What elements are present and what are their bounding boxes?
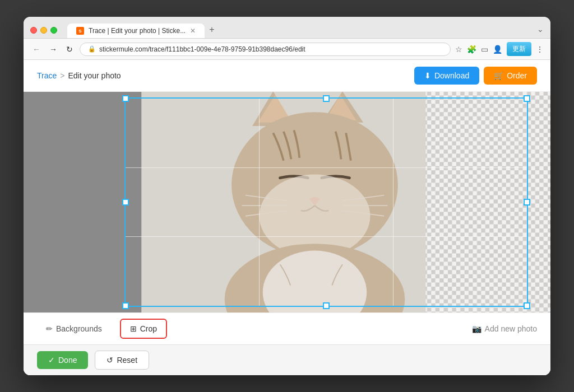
- tab-right: ⌄: [537, 25, 544, 36]
- bookmark-icon[interactable]: ☆: [455, 45, 462, 54]
- bottom-toolbar: ✏ Backgrounds ⊞ Crop 📷 Add new photo: [24, 312, 550, 344]
- reload-button[interactable]: ↻: [64, 44, 75, 55]
- breadcrumb-trace-link[interactable]: Trace: [37, 71, 57, 80]
- crop-handle-top-mid[interactable]: [323, 95, 330, 102]
- add-photo-button[interactable]: 📷 Add new photo: [472, 324, 537, 333]
- grid-line-v1: [259, 99, 260, 306]
- reset-button[interactable]: ↺ Reset: [95, 351, 149, 370]
- grid-line-h1: [126, 167, 527, 168]
- traffic-lights: [30, 27, 57, 34]
- crop-handle-mid-right[interactable]: [524, 199, 530, 206]
- extensions-icon[interactable]: 🧩: [467, 45, 476, 54]
- active-tab[interactable]: S Trace | Edit your photo | Sticke... ✕: [67, 24, 205, 38]
- tab-close-icon[interactable]: ✕: [190, 27, 196, 35]
- page-header: Trace > Edit your photo ⬇ Download 🛒 Ord…: [24, 60, 550, 92]
- maximize-button[interactable]: [50, 27, 57, 34]
- download-icon: ⬇: [424, 71, 431, 80]
- close-button[interactable]: [30, 27, 37, 34]
- crop-handle-mid-left[interactable]: [122, 199, 129, 206]
- forward-button[interactable]: →: [47, 44, 59, 55]
- title-bar: S Trace | Edit your photo | Sticke... ✕ …: [24, 17, 550, 39]
- reset-label: Reset: [117, 356, 137, 365]
- crop-tool-label: Crop: [140, 324, 157, 333]
- address-input[interactable]: 🔒 stickermule.com/trace/f111bbc1-009e-4e…: [80, 43, 451, 56]
- tab-title: Trace | Edit your photo | Sticke...: [89, 27, 186, 35]
- grid-line-h2: [126, 236, 527, 237]
- browser-toolbar-right: ☆ 🧩 ▭ 👤 更新 ⋮: [455, 42, 544, 56]
- reload-icon: ↻: [66, 45, 73, 54]
- lock-icon: 🔒: [88, 45, 96, 53]
- order-label: Order: [507, 71, 527, 80]
- browser-window: S Trace | Edit your photo | Sticke... ✕ …: [24, 17, 550, 375]
- crop-overlay[interactable]: [124, 97, 528, 307]
- header-actions: ⬇ Download 🛒 Order: [414, 67, 537, 85]
- add-photo-icon: 📷: [472, 324, 482, 333]
- crop-handle-top-right[interactable]: [524, 95, 530, 102]
- crop-handle-bot-right[interactable]: [524, 302, 530, 309]
- breadcrumb: Trace > Edit your photo: [37, 71, 121, 80]
- forward-icon: →: [49, 45, 57, 54]
- order-button[interactable]: 🛒 Order: [484, 67, 537, 85]
- window-chevron-icon[interactable]: ⌄: [537, 25, 544, 34]
- crop-handle-bot-left[interactable]: [122, 302, 129, 309]
- done-button[interactable]: ✓ Done: [37, 351, 88, 369]
- grid-line-v2: [393, 99, 394, 306]
- url-text: stickermule.com/trace/f111bbc1-009e-4e78…: [99, 45, 305, 53]
- back-button[interactable]: ←: [30, 44, 43, 55]
- cast-icon[interactable]: ▭: [481, 45, 488, 54]
- order-icon: 🛒: [494, 71, 503, 80]
- back-icon: ←: [33, 45, 40, 54]
- crop-handle-top-left[interactable]: [122, 95, 129, 102]
- breadcrumb-current: Edit your photo: [68, 71, 121, 80]
- breadcrumb-separator: >: [60, 71, 64, 80]
- download-button[interactable]: ⬇ Download: [414, 67, 479, 85]
- crop-tool-icon: ⊞: [130, 324, 137, 333]
- new-tab-button[interactable]: +: [205, 22, 219, 37]
- tab-favicon: S: [76, 27, 84, 35]
- backgrounds-tool-label: Backgrounds: [56, 324, 102, 333]
- more-icon[interactable]: ⋮: [536, 45, 544, 54]
- image-area[interactable]: [24, 92, 550, 312]
- done-label: Done: [58, 356, 77, 365]
- backgrounds-tool-icon: ✏: [46, 324, 53, 333]
- address-bar: ← → ↻ 🔒 stickermule.com/trace/f111bbc1-0…: [24, 39, 550, 60]
- reset-icon: ↺: [107, 356, 113, 365]
- action-bar: ✓ Done ↺ Reset: [24, 344, 550, 375]
- minimize-button[interactable]: [40, 27, 47, 34]
- profile-icon[interactable]: 👤: [493, 45, 502, 54]
- download-label: Download: [434, 71, 469, 80]
- add-photo-label: Add new photo: [485, 324, 537, 333]
- page-content: Trace > Edit your photo ⬇ Download 🛒 Ord…: [24, 60, 550, 375]
- update-button[interactable]: 更新: [507, 42, 531, 56]
- backgrounds-tool-button[interactable]: ✏ Backgrounds: [37, 320, 111, 338]
- done-icon: ✓: [48, 356, 55, 365]
- crop-tool-button[interactable]: ⊞ Crop: [120, 319, 167, 339]
- tab-bar: S Trace | Edit your photo | Sticke... ✕ …: [67, 22, 219, 38]
- crop-handle-bot-mid[interactable]: [323, 302, 330, 309]
